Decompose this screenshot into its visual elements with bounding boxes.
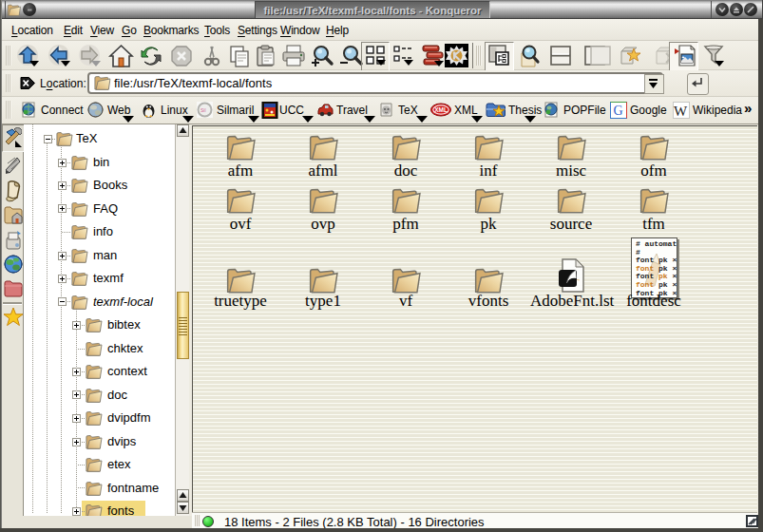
svg-text:G: G xyxy=(614,104,623,118)
svg-text:Sil: Sil xyxy=(200,107,206,113)
svg-text:W: W xyxy=(674,104,688,119)
svg-text:XML: XML xyxy=(434,106,448,113)
